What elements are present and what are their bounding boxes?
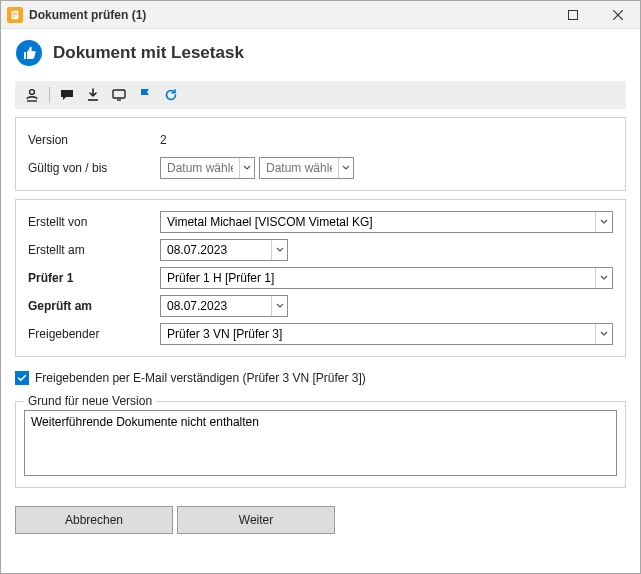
titlebar: Dokument prüfen (1) — [1, 1, 640, 29]
created-by-input[interactable] — [161, 212, 595, 232]
svg-rect-11 — [113, 90, 125, 98]
person-pin-icon[interactable] — [19, 84, 45, 106]
monitor-icon[interactable] — [106, 84, 132, 106]
toolbar — [15, 81, 626, 109]
comment-icon[interactable] — [54, 84, 80, 106]
valid-from-picker[interactable] — [160, 157, 255, 179]
valid-to-picker[interactable] — [259, 157, 354, 179]
version-label: Version — [28, 133, 160, 147]
version-group: Version 2 Gültig von / bis — [15, 117, 626, 191]
app-document-icon — [7, 7, 23, 23]
thumbs-up-circle-icon — [15, 39, 43, 67]
reason-textarea[interactable] — [24, 410, 617, 476]
page-title: Dokument mit Lesetask — [53, 43, 244, 63]
content-area: Dokument mit Lesetask — [1, 29, 640, 573]
pruefer-label: Prüfer 1 — [28, 271, 160, 285]
chevron-down-icon[interactable] — [595, 212, 612, 232]
chevron-down-icon[interactable] — [271, 296, 287, 316]
svg-rect-1 — [13, 12, 17, 13]
button-row: Abbrechen Weiter — [15, 506, 626, 534]
valid-from-input[interactable] — [161, 158, 239, 178]
chevron-down-icon[interactable] — [595, 268, 612, 288]
notify-label: Freigebenden per E-Mail verständigen (Pr… — [35, 371, 366, 385]
flag-icon[interactable] — [132, 84, 158, 106]
pruefer-select[interactable] — [160, 267, 613, 289]
header: Dokument mit Lesetask — [15, 39, 626, 73]
chevron-down-icon[interactable] — [239, 158, 254, 178]
svg-rect-4 — [568, 10, 577, 19]
created-on-picker[interactable] — [160, 239, 288, 261]
freigebender-select[interactable] — [160, 323, 613, 345]
created-by-select[interactable] — [160, 211, 613, 233]
created-on-label: Erstellt am — [28, 243, 160, 257]
close-button[interactable] — [595, 1, 640, 29]
geprueft-label: Geprüft am — [28, 299, 160, 313]
created-on-input[interactable] — [161, 240, 271, 260]
notify-checkbox-row[interactable]: Freigebenden per E-Mail verständigen (Pr… — [15, 371, 626, 385]
svg-point-8 — [30, 90, 35, 95]
freigebender-label: Freigebender — [28, 327, 160, 341]
next-button[interactable]: Weiter — [177, 506, 335, 534]
valid-range-label: Gültig von / bis — [28, 161, 160, 175]
download-icon[interactable] — [80, 84, 106, 106]
version-value: 2 — [160, 133, 167, 147]
chevron-down-icon[interactable] — [338, 158, 353, 178]
people-group: Erstellt von Erstellt am Prü — [15, 199, 626, 357]
cancel-button[interactable]: Abbrechen — [15, 506, 173, 534]
geprueft-picker[interactable] — [160, 295, 288, 317]
valid-to-input[interactable] — [260, 158, 338, 178]
window-title: Dokument prüfen (1) — [29, 8, 146, 22]
svg-rect-3 — [13, 15, 15, 16]
reason-fieldset: Grund für neue Version — [15, 401, 626, 488]
chevron-down-icon[interactable] — [271, 240, 287, 260]
dialog-window: Dokument prüfen (1) Dokument mit Lesetas… — [0, 0, 641, 574]
refresh-icon[interactable] — [158, 84, 184, 106]
geprueft-input[interactable] — [161, 296, 271, 316]
freigebender-input[interactable] — [161, 324, 595, 344]
window-controls — [550, 1, 640, 29]
reason-legend: Grund für neue Version — [24, 394, 156, 408]
pruefer-input[interactable] — [161, 268, 595, 288]
svg-rect-2 — [13, 14, 17, 15]
created-by-label: Erstellt von — [28, 215, 160, 229]
toolbar-separator — [49, 87, 50, 103]
chevron-down-icon[interactable] — [595, 324, 612, 344]
notify-checkbox[interactable] — [15, 371, 29, 385]
maximize-button[interactable] — [550, 1, 595, 29]
